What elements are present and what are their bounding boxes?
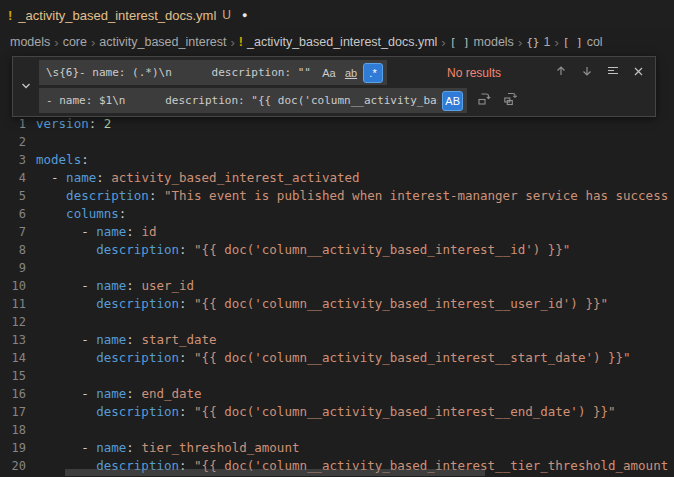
match-case-button[interactable]: Aa <box>319 63 339 83</box>
code-area: 1version: 223models:4 - name: activity_b… <box>0 115 674 475</box>
line-number: 3 <box>0 151 26 169</box>
code-token: : <box>96 170 111 185</box>
code-line[interactable]: 2 <box>0 133 674 151</box>
breadcrumb: models›core›activity_based_interest›!_ac… <box>0 30 674 54</box>
breadcrumb-item-file[interactable]: !_activity_based_interest_docs.yml <box>239 35 438 49</box>
code-line-content <box>26 133 36 151</box>
next-match-button[interactable] <box>576 62 597 83</box>
line-number: 2 <box>0 133 26 151</box>
code-line-content <box>26 313 36 331</box>
code-token: - <box>36 386 96 401</box>
find-in-selection-button[interactable] <box>602 62 623 83</box>
code-token: start_date <box>141 332 216 347</box>
code-line[interactable]: 3models: <box>0 151 674 169</box>
breadcrumb-symbol-models[interactable]: [ ]models <box>450 35 514 49</box>
breadcrumb-separator: › <box>514 35 526 50</box>
code-line[interactable]: 15 <box>0 367 674 385</box>
symbol-icon: [ ] <box>563 36 583 49</box>
horizontal-scrollbar[interactable] <box>65 469 485 476</box>
breadcrumb-symbol-1[interactable]: {}1 <box>526 35 550 49</box>
code-token: - <box>36 170 66 185</box>
code-line[interactable]: 12 <box>0 313 674 331</box>
code-line[interactable]: 17 description: "{{ doc('column__activit… <box>0 403 674 421</box>
code-token: - <box>36 332 96 347</box>
breadcrumb-symbol-label: models <box>474 35 514 49</box>
code-token <box>36 296 96 311</box>
code-line-content: - name: activity_based_interest_activate… <box>26 169 360 187</box>
code-token: tier_threshold_amount <box>141 440 299 455</box>
code-token: name <box>96 224 126 239</box>
unsaved-dot-icon[interactable]: ● <box>242 10 247 20</box>
line-number: 15 <box>0 367 26 385</box>
preserve-case-button[interactable]: AB <box>442 91 463 111</box>
whole-word-button[interactable]: ab <box>341 63 361 83</box>
code-line[interactable]: 4 - name: activity_based_interest_activa… <box>0 169 674 187</box>
code-token: id <box>141 224 156 239</box>
replace-button[interactable] <box>474 90 495 111</box>
code-line[interactable]: 6 columns: <box>0 205 674 223</box>
code-token <box>36 242 96 257</box>
find-input[interactable]: \s{6}- name: (.*)\n description: "" Aa a… <box>39 60 387 85</box>
results-count-label: No results <box>447 66 501 80</box>
breadcrumb-item-core[interactable]: core <box>63 35 87 49</box>
line-number: 17 <box>0 403 26 421</box>
code-line[interactable]: 14 description: "{{ doc('column__activit… <box>0 349 674 367</box>
tab-activity-based-interest-docs[interactable]: ! _activity_based_interest_docs.yml U ● <box>0 0 259 30</box>
replace-all-button[interactable] <box>500 90 521 111</box>
code-token: name <box>66 170 96 185</box>
code-token <box>36 350 96 365</box>
breadcrumb-symbol-col[interactable]: [ ]col <box>563 35 603 49</box>
code-line[interactable]: 10 - name: user_id <box>0 277 674 295</box>
replace-row: - name: $1\n description: "{{ doc('colum… <box>39 88 649 113</box>
code-token: description <box>96 350 179 365</box>
code-line[interactable]: 9 <box>0 259 674 277</box>
code-token: description <box>96 404 179 419</box>
code-line[interactable]: 16 - name: end_date <box>0 385 674 403</box>
code-line[interactable]: 13 - name: start_date <box>0 331 674 349</box>
breadcrumb-item-activity_based_interest[interactable]: activity_based_interest <box>99 35 226 49</box>
code-token: : <box>126 440 141 455</box>
code-line[interactable]: 1version: 2 <box>0 115 674 133</box>
line-number: 13 <box>0 331 26 349</box>
code-token: : <box>179 404 194 419</box>
line-number: 20 <box>0 457 26 475</box>
code-line-content: - name: tier_threshold_amount <box>26 439 299 457</box>
editor[interactable]: 1version: 223models:4 - name: activity_b… <box>0 54 674 477</box>
code-token: "{{ doc('column__activity_based_interest… <box>194 242 570 257</box>
code-token: description <box>96 242 179 257</box>
code-line[interactable]: 11 description: "{{ doc('column__activit… <box>0 295 674 313</box>
arrow-up-icon <box>554 64 568 82</box>
replace-all-icon <box>503 91 518 110</box>
breadcrumb-item-models[interactable]: models <box>10 35 50 49</box>
code-token: activity_based_interest_activated <box>111 170 359 185</box>
find-replace-widget: \s{6}- name: (.*)\n description: "" Aa a… <box>12 56 656 117</box>
code-token: end_date <box>141 386 201 401</box>
replace-input[interactable]: - name: $1\n description: "{{ doc('colum… <box>39 88 467 113</box>
previous-match-button[interactable] <box>550 62 571 83</box>
code-token <box>36 206 66 221</box>
code-line-content: description: "This event is published wh… <box>26 187 668 205</box>
code-token: : <box>179 296 194 311</box>
code-token: : <box>179 242 194 257</box>
code-token: name <box>96 386 126 401</box>
breadcrumb-separator: › <box>50 35 62 50</box>
code-line-content: - name: id <box>26 223 156 241</box>
code-line[interactable]: 18 <box>0 421 674 439</box>
code-line-content: description: "{{ doc('column__activity_b… <box>26 241 570 259</box>
warning-icon: ! <box>239 35 243 49</box>
code-token: : <box>81 152 89 167</box>
code-token <box>36 188 66 203</box>
close-button[interactable] <box>628 62 649 83</box>
regex-button[interactable]: .* <box>363 63 383 83</box>
code-line[interactable]: 8 description: "{{ doc('column__activity… <box>0 241 674 259</box>
toggle-replace-button[interactable] <box>13 57 39 116</box>
code-token: : <box>179 350 194 365</box>
code-line[interactable]: 5 description: "This event is published … <box>0 187 674 205</box>
code-token: : <box>149 188 164 203</box>
line-number: 16 <box>0 385 26 403</box>
symbol-icon: [ ] <box>450 36 470 49</box>
code-line[interactable]: 7 - name: id <box>0 223 674 241</box>
code-line[interactable]: 19 - name: tier_threshold_amount <box>0 439 674 457</box>
breadcrumb-separator: › <box>550 35 562 50</box>
code-token: "{{ doc('column__activity_based_interest… <box>194 404 615 419</box>
